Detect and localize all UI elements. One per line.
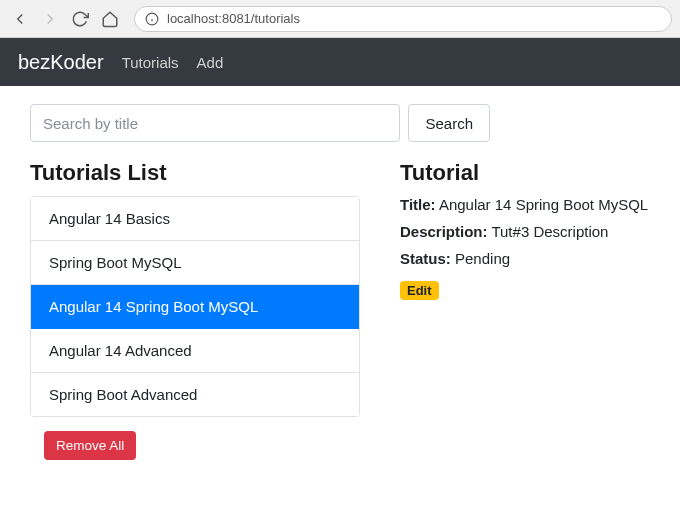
remove-all-button[interactable]: Remove All	[44, 431, 136, 460]
browser-chrome: localhost:8081/tutorials	[0, 0, 680, 38]
list-item[interactable]: Spring Boot MySQL	[31, 241, 359, 285]
search-row: Search	[30, 104, 490, 142]
detail-title-label: Title:	[400, 196, 436, 213]
reload-button[interactable]	[68, 7, 92, 31]
detail-description-label: Description:	[400, 223, 488, 240]
address-bar[interactable]: localhost:8081/tutorials	[134, 6, 672, 32]
list-item[interactable]: Angular 14 Advanced	[31, 329, 359, 373]
detail-heading: Tutorial	[400, 160, 650, 186]
detail-description: Description: Tut#3 Description	[400, 223, 650, 240]
detail-status-label: Status:	[400, 250, 451, 267]
nav-link-tutorials[interactable]: Tutorials	[122, 54, 179, 71]
home-button[interactable]	[98, 7, 122, 31]
detail-status-value: Pending	[455, 250, 510, 267]
detail-title: Title: Angular 14 Spring Boot MySQL	[400, 196, 650, 213]
columns: Tutorials List Angular 14 Basics Spring …	[30, 160, 650, 460]
left-column: Tutorials List Angular 14 Basics Spring …	[30, 160, 360, 460]
search-input[interactable]	[30, 104, 400, 142]
forward-button[interactable]	[38, 7, 62, 31]
detail-status: Status: Pending	[400, 250, 650, 267]
search-button[interactable]: Search	[408, 104, 490, 142]
navbar: bezKoder Tutorials Add	[0, 38, 680, 86]
site-info-icon	[145, 12, 159, 26]
list-item[interactable]: Angular 14 Spring Boot MySQL	[31, 285, 359, 329]
list-heading: Tutorials List	[30, 160, 360, 186]
edit-button[interactable]: Edit	[400, 281, 439, 300]
list-item[interactable]: Angular 14 Basics	[31, 197, 359, 241]
main-container: Search Tutorials List Angular 14 Basics …	[0, 86, 680, 478]
tutorials-list: Angular 14 Basics Spring Boot MySQL Angu…	[30, 196, 360, 417]
detail-description-value: Tut#3 Description	[491, 223, 608, 240]
right-column: Tutorial Title: Angular 14 Spring Boot M…	[400, 160, 650, 460]
url-text: localhost:8081/tutorials	[167, 11, 300, 26]
nav-link-add[interactable]: Add	[197, 54, 224, 71]
list-item[interactable]: Spring Boot Advanced	[31, 373, 359, 416]
back-button[interactable]	[8, 7, 32, 31]
detail-title-value: Angular 14 Spring Boot MySQL	[439, 196, 648, 213]
brand[interactable]: bezKoder	[18, 51, 104, 74]
